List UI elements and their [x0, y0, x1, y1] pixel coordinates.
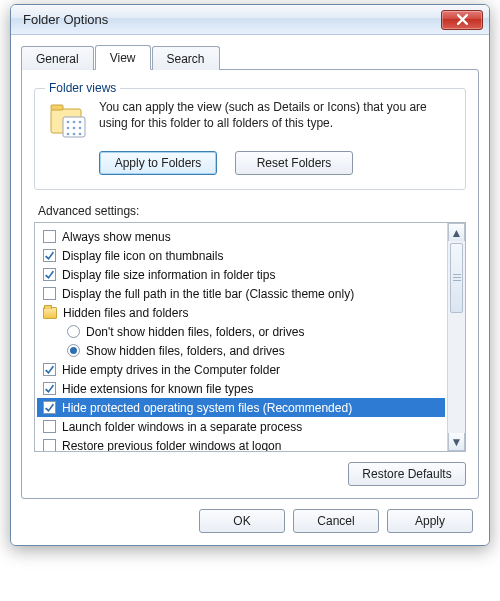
client-area: General View Search Folder views You can…: [11, 35, 489, 545]
checkbox[interactable]: [43, 420, 56, 433]
folder-views-icon: [47, 99, 89, 141]
close-button[interactable]: [441, 10, 483, 30]
restore-defaults-button[interactable]: Restore Defaults: [348, 462, 466, 486]
ok-button[interactable]: OK: [199, 509, 285, 533]
checkbox[interactable]: [43, 249, 56, 262]
advanced-item[interactable]: Display the full path in the title bar (…: [37, 284, 445, 303]
svg-point-9: [67, 133, 70, 136]
checkbox[interactable]: [43, 382, 56, 395]
scroll-grip-icon: [453, 274, 461, 282]
checkbox[interactable]: [43, 439, 56, 451]
advanced-settings-list: Always show menusDisplay file icon on th…: [34, 222, 466, 452]
titlebar[interactable]: Folder Options: [11, 5, 489, 35]
folder-views-group: Folder views You can apply the view (suc…: [34, 88, 466, 190]
close-icon: [457, 14, 468, 25]
svg-point-5: [79, 121, 82, 124]
advanced-item-label: Always show menus: [62, 230, 171, 244]
advanced-item[interactable]: Hidden files and folders: [37, 303, 445, 322]
advanced-settings-label: Advanced settings:: [38, 204, 466, 218]
reset-folders-button[interactable]: Reset Folders: [235, 151, 353, 175]
svg-point-8: [79, 127, 82, 130]
scroll-up-button[interactable]: ▲: [448, 223, 465, 241]
apply-button[interactable]: Apply: [387, 509, 473, 533]
svg-point-10: [73, 133, 76, 136]
advanced-item[interactable]: Show hidden files, folders, and drives: [37, 341, 445, 360]
checkbox[interactable]: [43, 363, 56, 376]
checkbox[interactable]: [43, 287, 56, 300]
advanced-item-label: Hide empty drives in the Computer folder: [62, 363, 280, 377]
cancel-button[interactable]: Cancel: [293, 509, 379, 533]
advanced-item-label: Display the full path in the title bar (…: [62, 287, 354, 301]
scroll-thumb[interactable]: [450, 243, 463, 313]
folder-views-legend: Folder views: [45, 81, 120, 95]
advanced-item-label: Launch folder windows in a separate proc…: [62, 420, 302, 434]
advanced-item-label: Hide protected operating system files (R…: [62, 401, 352, 415]
scroll-down-button[interactable]: ▼: [448, 433, 465, 451]
advanced-item-label: Show hidden files, folders, and drives: [86, 344, 285, 358]
tab-strip: General View Search: [21, 43, 479, 69]
advanced-item[interactable]: Launch folder windows in a separate proc…: [37, 417, 445, 436]
checkbox[interactable]: [43, 230, 56, 243]
tab-panel-view: Folder views You can apply the view (suc…: [21, 69, 479, 499]
radio[interactable]: [67, 325, 80, 338]
window-title: Folder Options: [23, 12, 441, 27]
advanced-item-label: Hidden files and folders: [63, 306, 188, 320]
advanced-item[interactable]: Hide protected operating system files (R…: [37, 398, 445, 417]
folder-views-text: You can apply the view (such as Details …: [99, 99, 453, 141]
folder-options-dialog: Folder Options General View Search Folde…: [10, 4, 490, 546]
svg-rect-1: [51, 105, 63, 110]
apply-to-folders-button[interactable]: Apply to Folders: [99, 151, 217, 175]
advanced-item[interactable]: Display file icon on thumbnails: [37, 246, 445, 265]
advanced-item[interactable]: Hide empty drives in the Computer folder: [37, 360, 445, 379]
dialog-button-row: OK Cancel Apply: [21, 499, 479, 535]
advanced-item-label: Display file size information in folder …: [62, 268, 275, 282]
advanced-settings-tree[interactable]: Always show menusDisplay file icon on th…: [35, 223, 447, 451]
svg-point-6: [67, 127, 70, 130]
checkbox[interactable]: [43, 268, 56, 281]
advanced-item[interactable]: Always show menus: [37, 227, 445, 246]
tab-view[interactable]: View: [95, 45, 151, 70]
scrollbar[interactable]: ▲ ▼: [447, 223, 465, 451]
advanced-item-label: Don't show hidden files, folders, or dri…: [86, 325, 304, 339]
folder-icon: [43, 307, 57, 319]
advanced-item-label: Hide extensions for known file types: [62, 382, 253, 396]
advanced-item-label: Display file icon on thumbnails: [62, 249, 223, 263]
tab-general[interactable]: General: [21, 46, 94, 70]
advanced-item[interactable]: Restore previous folder windows at logon: [37, 436, 445, 451]
svg-point-3: [67, 121, 70, 124]
checkbox[interactable]: [43, 401, 56, 414]
radio[interactable]: [67, 344, 80, 357]
svg-point-4: [73, 121, 76, 124]
advanced-item[interactable]: Don't show hidden files, folders, or dri…: [37, 322, 445, 341]
advanced-item-label: Restore previous folder windows at logon: [62, 439, 281, 452]
tab-search[interactable]: Search: [152, 46, 220, 70]
svg-point-11: [79, 133, 82, 136]
advanced-item[interactable]: Display file size information in folder …: [37, 265, 445, 284]
advanced-item[interactable]: Hide extensions for known file types: [37, 379, 445, 398]
svg-point-7: [73, 127, 76, 130]
